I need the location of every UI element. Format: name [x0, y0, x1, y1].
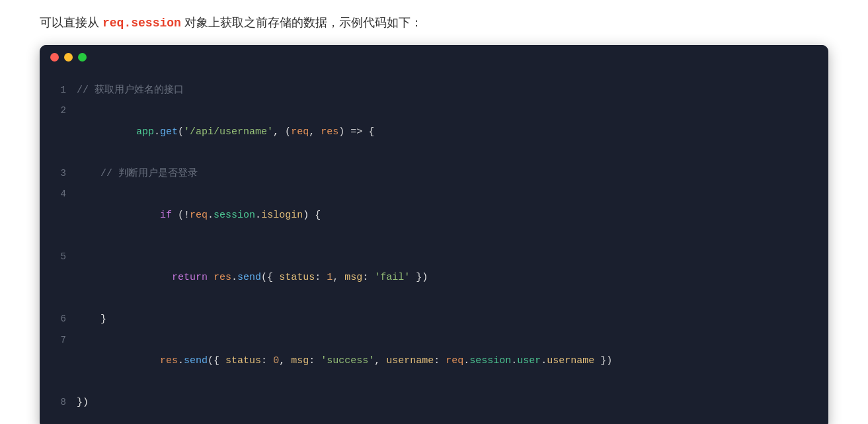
code-content-4: if (!req.session.islogin) { — [77, 184, 822, 247]
intro-text: 可以直接从 req.session 对象上获取之前存储的数据，示例代码如下： — [40, 13, 828, 33]
code-line-5: 5 return res.send({ status: 1, msg: 'fai… — [46, 247, 822, 310]
code-line-4: 4 if (!req.session.islogin) { — [46, 184, 822, 247]
code-content-7: res.send({ status: 0, msg: 'success', us… — [77, 330, 822, 393]
code-content-3: // 判断用户是否登录 — [77, 163, 822, 185]
code-content-5: return res.send({ status: 1, msg: 'fail'… — [77, 247, 822, 310]
dot-red — [50, 53, 59, 62]
line-num-8: 8 — [46, 393, 66, 412]
dot-green — [78, 53, 87, 62]
line-num-4: 4 — [46, 185, 66, 204]
code-content-8: }) — [77, 392, 822, 413]
code-line-2: 2 app.get('/api/username', (req, res) =>… — [46, 101, 822, 163]
line-num-7: 7 — [46, 331, 66, 350]
code-line-6: 6 } — [46, 309, 822, 330]
intro-prefix: 可以直接从 — [40, 16, 102, 29]
intro-highlight: req.session — [102, 17, 181, 30]
intro-suffix: 对象上获取之前存储的数据，示例代码如下： — [181, 16, 422, 29]
code-line-1: 1 // 获取用户姓名的接口 — [46, 80, 822, 101]
line-num-6: 6 — [46, 310, 66, 329]
window-titlebar — [40, 45, 828, 67]
code-content-6: } — [77, 309, 822, 330]
code-window: 1 // 获取用户姓名的接口 2 app.get('/api/username'… — [40, 45, 828, 424]
code-line-7: 7 res.send({ status: 0, msg: 'success', … — [46, 330, 822, 393]
code-line-3: 3 // 判断用户是否登录 — [46, 163, 822, 185]
dot-yellow — [64, 53, 73, 62]
line-num-3: 3 — [46, 164, 66, 183]
code-content-1: // 获取用户姓名的接口 — [77, 80, 822, 101]
code-content-2: app.get('/api/username', (req, res) => { — [77, 101, 822, 163]
line-num-2: 2 — [46, 101, 66, 120]
line-num-5: 5 — [46, 247, 66, 267]
page-wrapper: 可以直接从 req.session 对象上获取之前存储的数据，示例代码如下： 1… — [40, 13, 828, 424]
code-body: 1 // 获取用户姓名的接口 2 app.get('/api/username'… — [40, 67, 828, 424]
code-line-8: 8 }) — [46, 392, 822, 413]
line-num-1: 1 — [46, 81, 66, 100]
